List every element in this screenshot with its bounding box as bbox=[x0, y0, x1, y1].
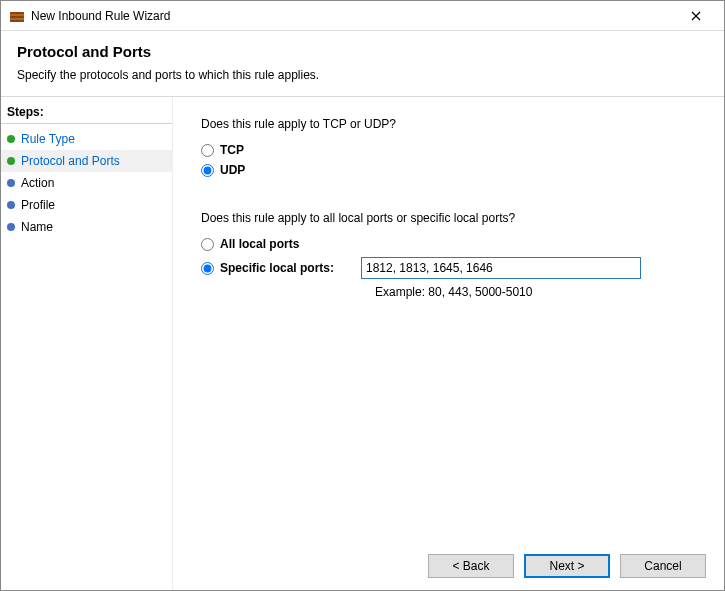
step-label: Name bbox=[21, 220, 53, 234]
bullet-icon bbox=[7, 135, 15, 143]
option-udp[interactable]: UDP bbox=[201, 163, 700, 177]
wizard-header: Protocol and Ports Specify the protocols… bbox=[1, 31, 724, 97]
cancel-button[interactable]: Cancel bbox=[620, 554, 706, 578]
close-button[interactable] bbox=[676, 2, 716, 30]
svg-rect-7 bbox=[16, 20, 18, 22]
label-udp: UDP bbox=[220, 163, 245, 177]
svg-rect-5 bbox=[13, 16, 15, 18]
page-title: Protocol and Ports bbox=[17, 43, 708, 60]
wizard-content: Does this rule apply to TCP or UDP? TCP … bbox=[173, 97, 724, 590]
step-rule-type[interactable]: Rule Type bbox=[1, 128, 172, 150]
radio-tcp[interactable] bbox=[201, 144, 214, 157]
steps-title: Steps: bbox=[1, 103, 172, 124]
step-label: Action bbox=[21, 176, 54, 190]
option-specific-ports-row: Specific local ports: bbox=[201, 257, 700, 279]
step-action[interactable]: Action bbox=[1, 172, 172, 194]
bullet-icon bbox=[7, 201, 15, 209]
step-name[interactable]: Name bbox=[1, 216, 172, 238]
steps-sidebar: Steps: Rule Type Protocol and Ports Acti… bbox=[1, 97, 173, 590]
label-specific-ports: Specific local ports: bbox=[220, 261, 334, 275]
radio-udp[interactable] bbox=[201, 164, 214, 177]
titlebar: New Inbound Rule Wizard bbox=[1, 1, 724, 31]
question-ports: Does this rule apply to all local ports … bbox=[201, 211, 700, 225]
question-protocol: Does this rule apply to TCP or UDP? bbox=[201, 117, 700, 131]
back-button[interactable]: < Back bbox=[428, 554, 514, 578]
option-all-ports[interactable]: All local ports bbox=[201, 237, 361, 251]
step-label[interactable]: Protocol and Ports bbox=[21, 154, 120, 168]
specific-ports-input[interactable] bbox=[361, 257, 641, 279]
wizard-body: Steps: Rule Type Protocol and Ports Acti… bbox=[1, 97, 724, 590]
label-tcp: TCP bbox=[220, 143, 244, 157]
wizard-window: New Inbound Rule Wizard Protocol and Por… bbox=[0, 0, 725, 591]
option-tcp[interactable]: TCP bbox=[201, 143, 700, 157]
label-all-ports: All local ports bbox=[220, 237, 299, 251]
bullet-icon bbox=[7, 223, 15, 231]
step-label: Profile bbox=[21, 198, 55, 212]
wizard-footer: < Back Next > Cancel bbox=[428, 554, 706, 578]
ports-example: Example: 80, 443, 5000-5010 bbox=[375, 285, 700, 299]
step-profile[interactable]: Profile bbox=[1, 194, 172, 216]
firewall-icon bbox=[9, 8, 25, 24]
option-all-ports-row: All local ports bbox=[201, 237, 700, 251]
radio-all-ports[interactable] bbox=[201, 238, 214, 251]
window-title: New Inbound Rule Wizard bbox=[31, 9, 676, 23]
radio-specific-ports[interactable] bbox=[201, 262, 214, 275]
step-label[interactable]: Rule Type bbox=[21, 132, 75, 146]
next-button[interactable]: Next > bbox=[524, 554, 610, 578]
svg-rect-4 bbox=[16, 12, 18, 14]
bullet-icon bbox=[7, 179, 15, 187]
bullet-icon bbox=[7, 157, 15, 165]
step-protocol-ports[interactable]: Protocol and Ports bbox=[1, 150, 172, 172]
svg-rect-2 bbox=[10, 16, 24, 18]
protocol-options: TCP UDP bbox=[201, 143, 700, 177]
ports-options: All local ports Specific local ports: Ex… bbox=[201, 237, 700, 299]
option-specific-ports[interactable]: Specific local ports: bbox=[201, 261, 361, 275]
svg-rect-6 bbox=[19, 16, 21, 18]
page-subtitle: Specify the protocols and ports to which… bbox=[17, 68, 708, 82]
spacer bbox=[201, 183, 700, 211]
